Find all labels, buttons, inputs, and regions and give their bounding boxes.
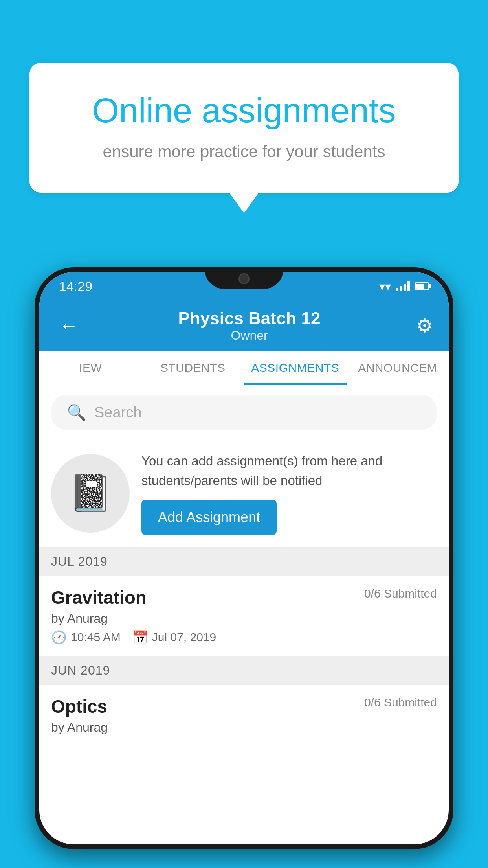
status-time: 14:29 [59, 279, 92, 294]
calendar-icon: 📅 [132, 630, 148, 645]
header-center: Physics Batch 12 Owner [178, 309, 321, 343]
phone-wrapper: 14:29 ▾▾ ← Physics B [35, 267, 453, 868]
optics-name: Optics [51, 696, 107, 717]
promo-icon-circle: 📓 [51, 454, 130, 533]
assignment-row: Gravitation 0/6 Submitted [51, 587, 437, 608]
tab-announcements[interactable]: ANNOUNCEM [347, 351, 449, 385]
settings-button[interactable]: ⚙ [416, 314, 433, 337]
assignment-submitted: 0/6 Submitted [364, 587, 437, 600]
assignment-name: Gravitation [51, 587, 147, 608]
bubble-subtitle: ensure more practice for your students [61, 142, 427, 161]
optics-submitted: 0/6 Submitted [364, 696, 437, 709]
search-placeholder: Search [94, 404, 141, 421]
search-icon: 🔍 [67, 403, 86, 422]
optics-by: by Anurag [51, 720, 437, 735]
owner-label: Owner [178, 328, 321, 343]
tab-assignments[interactable]: ASSIGNMENTS [244, 351, 347, 385]
assignment-date: 📅 Jul 07, 2019 [132, 630, 216, 645]
search-bar[interactable]: 🔍 Search [51, 395, 437, 430]
status-icons: ▾▾ [379, 280, 429, 293]
phone-screen: 14:29 ▾▾ ← Physics B [39, 272, 449, 844]
wifi-icon: ▾▾ [379, 280, 391, 293]
back-button[interactable]: ← [55, 310, 83, 341]
assignment-time: 🕐 10:45 AM [51, 630, 121, 645]
tab-students[interactable]: STUDENTS [142, 351, 244, 385]
search-container: 🔍 Search [39, 385, 449, 440]
section-header-jun: JUN 2019 [39, 656, 449, 685]
tab-iew[interactable]: IEW [39, 351, 142, 385]
promo-text-area: You can add assignment(s) from here and … [141, 451, 437, 535]
clock-icon: 🕐 [51, 630, 67, 645]
notebook-icon: 📓 [68, 473, 112, 514]
phone-outer: 14:29 ▾▾ ← Physics B [35, 267, 453, 849]
battery-icon [415, 282, 429, 290]
signal-icon [396, 281, 410, 291]
app-header: ← Physics Batch 12 Owner ⚙ [39, 300, 449, 351]
screen-content: 🔍 Search 📓 You can add assignment(s) fro… [39, 385, 449, 844]
bubble-title: Online assignments [61, 90, 427, 131]
speech-bubble: Online assignments ensure more practice … [29, 63, 459, 193]
assignment-item-optics[interactable]: Optics 0/6 Submitted by Anurag [39, 685, 449, 750]
section-header-jul: JUL 2019 [39, 547, 449, 576]
assignment-item-gravitation[interactable]: Gravitation 0/6 Submitted by Anurag 🕐 10… [39, 576, 449, 656]
assignment-meta: 🕐 10:45 AM 📅 Jul 07, 2019 [51, 630, 437, 645]
batch-title: Physics Batch 12 [178, 309, 321, 328]
add-assignment-button[interactable]: Add Assignment [141, 500, 277, 535]
front-camera [238, 273, 250, 284]
promo-section: 📓 You can add assignment(s) from here an… [39, 440, 449, 547]
assignment-by: by Anurag [51, 611, 437, 626]
promo-description: You can add assignment(s) from here and … [141, 451, 437, 490]
tabs-bar: IEW STUDENTS ASSIGNMENTS ANNOUNCEM [39, 351, 449, 385]
assignment-row-optics: Optics 0/6 Submitted [51, 696, 437, 717]
phone-notch [205, 267, 283, 289]
